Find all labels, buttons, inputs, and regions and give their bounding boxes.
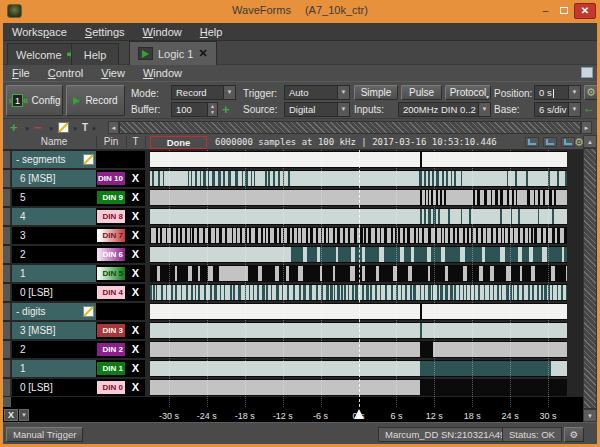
menu-item-file[interactable]: File <box>3 67 39 79</box>
channel-name-cell[interactable]: 1 <box>12 265 96 282</box>
horizontal-scrollbar[interactable] <box>119 121 581 134</box>
chevron-down-icon[interactable]: ▼ <box>72 126 78 132</box>
text-tool-icon[interactable]: T <box>82 122 88 133</box>
edit-group-icon[interactable] <box>83 154 94 165</box>
channel-name-cell[interactable]: 2 <box>12 341 96 358</box>
trigger-cell[interactable] <box>126 303 145 320</box>
trigger-cell[interactable]: X <box>126 189 145 206</box>
row-selector[interactable] <box>3 208 11 225</box>
hscroll-left-arrow[interactable]: ◄ <box>108 121 119 134</box>
trigger-cell[interactable]: X <box>126 246 145 263</box>
trigger-dropdown[interactable]: Auto▼ <box>284 85 350 100</box>
waveform-plot[interactable] <box>150 360 567 377</box>
remove-channel-icon[interactable]: − <box>34 120 42 135</box>
position-combo[interactable]: 0 s▼ <box>534 85 581 100</box>
x-cursors-icon[interactable] <box>525 137 539 147</box>
trigger-cell[interactable]: X <box>126 360 145 377</box>
row-selector[interactable] <box>3 360 11 377</box>
pulse-button[interactable]: Pulse <box>401 85 442 100</box>
trigger-cell[interactable]: X <box>126 265 145 282</box>
waveform-plot[interactable] <box>150 322 567 339</box>
row-selector[interactable] <box>3 322 11 339</box>
pin-badge[interactable]: DIN 2 <box>97 343 125 356</box>
channel-name-cell[interactable]: 1 <box>12 360 96 377</box>
base-combo[interactable]: 6 s/div▼ <box>534 102 581 117</box>
vscroll-track[interactable] <box>583 148 597 409</box>
menu-item-workspace[interactable]: Workspace <box>3 26 76 38</box>
edit-group-icon[interactable] <box>83 306 94 317</box>
inputs-dropdown[interactable]: 200MHz DIN 0..2▼ <box>398 102 491 117</box>
vscroll-up-arrow[interactable]: ▲ <box>583 135 597 148</box>
waveform-plot[interactable] <box>150 227 567 244</box>
config-button[interactable]: »1« Config <box>6 85 63 116</box>
float-window-icon[interactable] <box>581 67 593 78</box>
trigger-cell[interactable]: X <box>126 284 145 301</box>
waveform-plot[interactable] <box>150 284 567 301</box>
channel-name-cell[interactable]: 6 [MSB] <box>12 170 96 187</box>
row-selector[interactable] <box>3 303 11 320</box>
menu-item-settings[interactable]: Settings <box>76 26 134 38</box>
waveform-plot[interactable] <box>150 303 567 320</box>
zoom-back-icon[interactable]: ← <box>583 101 595 115</box>
tab-close-icon[interactable]: ✕ <box>198 47 207 60</box>
maximize-button[interactable] <box>556 4 571 18</box>
channel-name-cell[interactable]: - digits <box>12 303 96 320</box>
waveform-plot[interactable] <box>150 208 567 225</box>
spin-arrows-icon[interactable]: ▲▼ <box>207 103 217 116</box>
menu-item-window[interactable]: Window <box>134 26 191 38</box>
pin-badge[interactable]: DIN 4 <box>97 286 125 299</box>
chevron-down-icon[interactable]: ▼ <box>91 126 97 132</box>
chevron-down-icon[interactable]: ▼ <box>19 409 29 421</box>
trigger-column-header[interactable]: T <box>126 136 145 147</box>
source-dropdown[interactable]: Digital▼ <box>284 102 350 117</box>
channel-name-cell[interactable]: 0 [LSB] <box>12 284 96 301</box>
device-gear-icon[interactable]: ⚙ <box>564 427 584 442</box>
buffer-spinbox[interactable]: 100▲▼ <box>171 102 218 117</box>
add-buffer-icon[interactable]: + <box>222 102 230 117</box>
channel-name-cell[interactable]: 5 <box>12 189 96 206</box>
row-selector[interactable] <box>3 151 11 168</box>
row-selector[interactable] <box>3 189 11 206</box>
x-cursors-delta-icon[interactable] <box>543 137 557 147</box>
chevron-down-icon[interactable]: ▼ <box>48 126 54 132</box>
trigger-cell[interactable] <box>126 151 145 168</box>
channel-name-cell[interactable]: 4 <box>12 208 96 225</box>
menu-item-view[interactable]: View <box>92 67 134 79</box>
channel-name-cell[interactable]: 0 [LSB] <box>12 379 96 396</box>
waveform-plot[interactable] <box>150 170 567 187</box>
pin-badge[interactable]: DIN 7 <box>97 229 125 242</box>
row-selector[interactable] <box>3 284 11 301</box>
manual-trigger-button[interactable]: Manual Trigger <box>6 427 83 442</box>
tab-help[interactable]: Help <box>71 43 119 65</box>
pin-badge[interactable]: DIN 1 <box>97 362 125 375</box>
edit-icon[interactable] <box>58 122 69 133</box>
channel-name-cell[interactable]: 3 [MSB] <box>12 322 96 339</box>
pin-badge[interactable]: DIN 3 <box>97 324 125 337</box>
pin-badge[interactable]: DIN 5 <box>97 267 125 280</box>
hscroll-right-arrow[interactable]: ► <box>581 121 592 134</box>
pin-badge[interactable]: DIN 8 <box>97 210 125 223</box>
trigger-cell[interactable]: X <box>126 227 145 244</box>
row-selector[interactable] <box>3 341 11 358</box>
vertical-scrollbar[interactable]: ▲ ▼ <box>583 135 597 422</box>
waveform-plot[interactable] <box>150 265 567 282</box>
waveform-plot[interactable] <box>150 341 567 358</box>
vscroll-down-arrow[interactable]: ▼ <box>583 409 597 422</box>
simple-button[interactable]: Simple <box>354 85 398 100</box>
protocol-button[interactable]: Protocol▾ <box>445 85 491 100</box>
trigger-cell[interactable]: X <box>126 208 145 225</box>
trigger-cell[interactable]: X <box>126 170 145 187</box>
trigger-cell[interactable]: X <box>126 341 145 358</box>
row-selector[interactable] <box>3 246 11 263</box>
minimize-button[interactable]: – <box>538 4 553 18</box>
row-selector[interactable] <box>3 227 11 244</box>
waveform-plot[interactable] <box>150 189 567 206</box>
pin-badge[interactable]: DIN 9 <box>97 191 125 204</box>
mode-dropdown[interactable]: Record▼ <box>171 85 236 100</box>
channel-name-cell[interactable]: 3 <box>12 227 96 244</box>
waveform-plot[interactable] <box>150 379 567 396</box>
name-column-header[interactable]: Name <box>12 136 96 147</box>
menu-item-help[interactable]: Help <box>191 26 232 38</box>
axis-close-button[interactable]: X <box>4 409 18 421</box>
pin-badge[interactable]: DIN 10 <box>97 172 125 185</box>
